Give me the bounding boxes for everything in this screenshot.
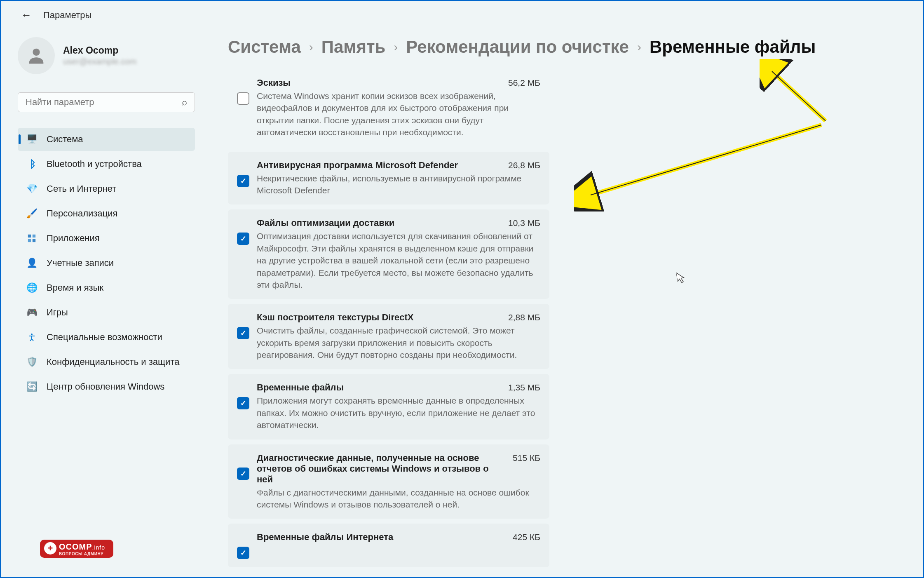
card-size: 1,35 МБ: [508, 383, 540, 392]
nav-label: Сеть и Интернет: [47, 183, 116, 194]
sidebar-item-10[interactable]: 🔄Центр обновления Windows: [18, 375, 195, 398]
sidebar-item-1[interactable]: Bluetooth и устройства: [18, 153, 195, 176]
chevron-right-icon: ›: [309, 40, 313, 54]
checkbox[interactable]: [237, 233, 249, 245]
main-content: Система›Память›Рекомендации по очистке›В…: [211, 29, 923, 571]
nav-icon: [26, 233, 38, 244]
nav-label: Игры: [47, 307, 68, 318]
cleanup-card[interactable]: Кэш построителя текстуры DirectX2,88 МБО…: [228, 304, 549, 369]
card-description: Файлы с диагностическими данными, создан…: [257, 486, 540, 511]
nav-icon: 🔄: [26, 381, 38, 392]
card-description: Система Windows хранит копии эскизов все…: [257, 90, 540, 139]
breadcrumb: Система›Память›Рекомендации по очистке›В…: [228, 37, 906, 57]
card-title: Антивирусная программа Microsoft Defende…: [257, 160, 458, 171]
search-box[interactable]: ⌕: [18, 92, 195, 112]
breadcrumb-item[interactable]: Система: [228, 37, 301, 57]
back-arrow-icon[interactable]: ←: [21, 9, 32, 21]
search-icon: ⌕: [182, 97, 187, 108]
nav-label: Центр обновления Windows: [47, 381, 164, 392]
card-title: Эскизы: [257, 78, 291, 88]
breadcrumb-item: Временные файлы: [650, 37, 816, 57]
card-title: Файлы оптимизации доставки: [257, 218, 394, 228]
plus-icon: +: [44, 542, 56, 555]
svg-point-0: [33, 49, 40, 56]
card-description: Некритические файлы, используемые в анти…: [257, 172, 540, 197]
watermark-domain: .info: [92, 544, 105, 551]
sidebar-item-6[interactable]: 🌐Время и язык: [18, 276, 195, 299]
chevron-right-icon: ›: [394, 40, 398, 54]
nav-label: Bluetooth и устройства: [47, 159, 142, 169]
card-description: Приложения могут сохранять временные дан…: [257, 395, 540, 431]
card-title: Кэш построителя текстуры DirectX: [257, 312, 413, 323]
nav-icon: 🎮: [26, 307, 38, 318]
user-name: Alex Ocomp: [63, 45, 136, 56]
header-title: Параметры: [43, 10, 91, 21]
breadcrumb-item[interactable]: Рекомендации по очистке: [406, 37, 629, 57]
window-header: ← Параметры: [1, 1, 923, 29]
checkbox[interactable]: [237, 547, 249, 559]
card-size: 2,88 МБ: [508, 312, 540, 322]
watermark-tagline: ВОПРОСЫ АДМИНУ: [59, 552, 105, 556]
checkbox[interactable]: [237, 175, 249, 187]
svg-rect-1: [28, 235, 31, 237]
svg-point-5: [31, 334, 33, 335]
card-size: 515 КБ: [513, 453, 540, 463]
nav-icon: 💎: [26, 183, 38, 195]
sidebar-item-7[interactable]: 🎮Игры: [18, 301, 195, 324]
cleanup-card[interactable]: Временные файлы1,35 МБПриложения могут с…: [228, 374, 549, 439]
card-title: Временные файлы Интернета: [257, 532, 393, 543]
user-email: user@example.com: [63, 57, 136, 66]
card-size: 56,2 МБ: [508, 78, 540, 88]
card-description: Оптимизация доставки используется для ск…: [257, 230, 540, 291]
nav-icon: 🖌️: [26, 208, 38, 219]
cleanup-card[interactable]: Диагностические данные, полученные на ос…: [228, 444, 549, 519]
checkbox[interactable]: [237, 92, 249, 105]
user-block[interactable]: Alex Ocomp user@example.com: [18, 37, 195, 74]
sidebar-item-2[interactable]: 💎Сеть и Интернет: [18, 177, 195, 200]
nav-icon: 🛡️: [26, 356, 38, 368]
avatar: [18, 37, 55, 74]
svg-rect-2: [33, 235, 35, 237]
nav-label: Приложения: [47, 233, 100, 244]
sidebar-item-8[interactable]: Специальные возможности: [18, 326, 195, 349]
watermark-badge: + OCOMP.info ВОПРОСЫ АДМИНУ: [40, 540, 113, 558]
watermark-brand: OCOMP: [59, 542, 92, 551]
card-size: 10,3 МБ: [508, 218, 540, 228]
checkbox[interactable]: [237, 468, 249, 480]
checkbox[interactable]: [237, 397, 249, 409]
card-title: Диагностические данные, полученные на ос…: [257, 453, 506, 485]
nav-label: Персонализация: [47, 208, 117, 219]
nav-list: 🖥️СистемаBluetooth и устройства💎Сеть и И…: [18, 128, 195, 398]
cleanup-card[interactable]: Антивирусная программа Microsoft Defende…: [228, 152, 549, 205]
search-input[interactable]: [26, 97, 182, 108]
cleanup-card[interactable]: Файлы оптимизации доставки10,3 МБОптимиз…: [228, 209, 549, 299]
nav-label: Специальные возможности: [47, 332, 162, 343]
card-size: 425 КБ: [513, 532, 540, 542]
sidebar-item-4[interactable]: Приложения: [18, 227, 195, 250]
cleanup-card[interactable]: Эскизы56,2 МБСистема Windows хранит копи…: [228, 69, 549, 147]
sidebar-item-0[interactable]: 🖥️Система: [18, 128, 195, 151]
nav-icon: 🌐: [26, 282, 38, 294]
sidebar-item-9[interactable]: 🛡️Конфиденциальность и защита: [18, 350, 195, 374]
card-size: 26,8 МБ: [508, 160, 540, 170]
nav-icon: [26, 158, 38, 170]
sidebar-item-5[interactable]: 👤Учетные записи: [18, 251, 195, 275]
svg-rect-3: [28, 239, 31, 242]
nav-label: Конфиденциальность и защита: [47, 357, 179, 367]
nav-label: Система: [47, 134, 83, 145]
nav-label: Время и язык: [47, 282, 103, 293]
nav-label: Учетные записи: [47, 258, 114, 268]
svg-rect-4: [33, 239, 35, 242]
nav-icon: [26, 331, 38, 343]
chevron-right-icon: ›: [637, 40, 641, 54]
card-title: Временные файлы: [257, 382, 344, 393]
cards-list: Эскизы56,2 МБСистема Windows хранит копи…: [228, 69, 549, 567]
sidebar: Alex Ocomp user@example.com ⌕ 🖥️СистемаB…: [1, 29, 211, 571]
breadcrumb-item[interactable]: Память: [321, 37, 386, 57]
nav-icon: 👤: [26, 257, 38, 269]
cleanup-card[interactable]: Временные файлы Интернета425 КБ: [228, 524, 549, 567]
card-description: Очистить файлы, созданные графической си…: [257, 324, 540, 361]
sidebar-item-3[interactable]: 🖌️Персонализация: [18, 202, 195, 225]
nav-icon: 🖥️: [26, 134, 38, 145]
checkbox[interactable]: [237, 327, 249, 339]
